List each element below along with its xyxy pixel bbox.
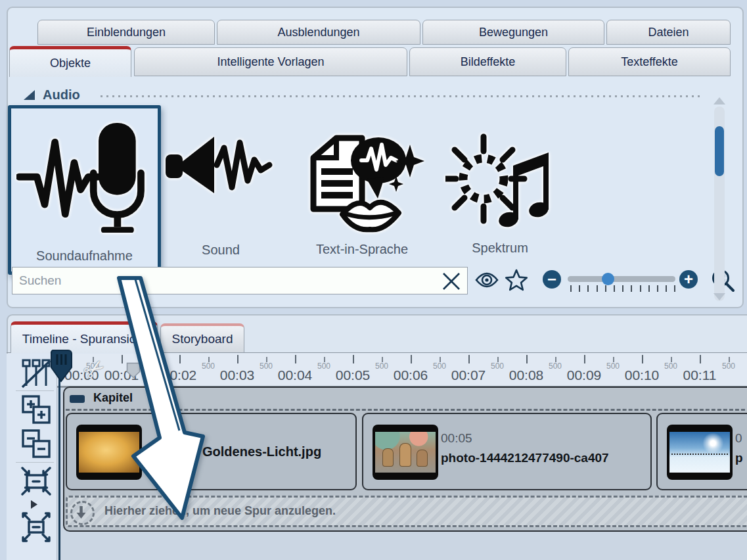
timeline-toolbar	[7, 354, 57, 560]
ruler-major-tick	[295, 355, 296, 363]
zoom-out-button[interactable]: −	[543, 270, 561, 289]
timeline-clip-photo[interactable]: 00:05 photo-1444212477490-ca407	[362, 413, 652, 490]
tab-timeline-spuransicht[interactable]: Timeline - Spuransicht	[11, 321, 158, 353]
collapse-triangle-icon	[24, 90, 35, 100]
ruler-half-second-label: 500	[664, 362, 677, 371]
collapse-all-tracks-icon[interactable]	[21, 429, 51, 459]
clip-thumbnail	[76, 425, 142, 480]
expand-all-tracks-icon[interactable]	[21, 394, 51, 425]
ruler-major-tick	[411, 355, 412, 363]
clip-thumbnail	[373, 425, 438, 480]
tab-ausblendungen[interactable]: Ausblendungen	[217, 20, 420, 45]
timeline-clip-goldenes-licht[interactable]: Goldenes-Licht.jpg	[66, 413, 357, 490]
clip-filename: Goldenes-Licht.jpg	[202, 444, 321, 459]
ruler-half-second-label: 500	[317, 362, 330, 371]
tab-label: Einblendungen	[87, 26, 166, 39]
tile-soundaufnahme[interactable]: Soundaufnahme	[8, 105, 161, 275]
chapter-track-group: Kapitel Goldenes-Licht.jpg 00:05 photo-1…	[63, 386, 747, 532]
spectrum-notes-icon	[445, 131, 555, 231]
track-header-toggle-icon[interactable]	[21, 358, 51, 388]
scrollbar-up-arrow[interactable]	[713, 97, 725, 105]
tile-label: Soundaufnahme	[11, 248, 158, 264]
scrollbar-down-arrow[interactable]	[713, 293, 725, 300]
ruler-major-tick	[122, 355, 123, 363]
ruler-second-label: 00:05	[336, 367, 371, 383]
tile-text-in-sprache[interactable]: Text-in-Sprache	[299, 130, 425, 257]
tab-label: Bewegungen	[479, 26, 548, 39]
shrink-track-height-icon[interactable]	[21, 465, 51, 497]
scrollbar-thumb[interactable]	[715, 126, 724, 176]
tab-einblendungen[interactable]: Einblendungen	[37, 20, 215, 45]
tab-intelligente-vorlagen[interactable]: Intelligente Vorlagen	[134, 47, 407, 76]
toolbar-separator	[16, 390, 54, 391]
ruler-major-tick	[584, 355, 585, 363]
tab-label: Storyboard	[172, 332, 233, 346]
ruler-major-tick	[642, 355, 643, 363]
more-options-triangle-icon[interactable]	[30, 500, 38, 509]
ruler-half-second-label: 500	[491, 362, 504, 371]
tab-bildeffekte[interactable]: Bildeffekte	[409, 47, 566, 76]
audio-section-header[interactable]: Audio	[24, 87, 80, 103]
app-window: Einblendungen Ausblendungen Bewegungen D…	[0, 0, 747, 560]
tab-objekte[interactable]: Objekte	[9, 46, 131, 77]
tab-label: Timeline - Spuransicht	[22, 332, 146, 346]
timeline-clip-sky[interactable]: 0 p	[656, 413, 747, 490]
track-insert-indicator	[66, 409, 747, 411]
clip-filename: p	[735, 451, 743, 465]
clear-search-icon[interactable]	[441, 272, 461, 291]
ruler-half-second-label: 500	[722, 362, 735, 371]
tile-label: Sound	[164, 243, 277, 258]
tab-texteffekte[interactable]: Texteffekte	[568, 47, 731, 76]
ruler-second-label: 00:08	[509, 367, 544, 383]
ruler-second-label: 00:11	[683, 367, 717, 383]
tab-dateien[interactable]: Dateien	[606, 20, 731, 45]
tile-label: Spektrum	[445, 241, 555, 256]
ruler-major-tick	[237, 355, 238, 363]
ruler-half-second-label: 500	[202, 362, 215, 371]
search-input[interactable]	[12, 267, 468, 294]
zoom-in-button[interactable]: +	[679, 270, 698, 289]
tab-label: Intelligente Vorlagen	[217, 55, 324, 69]
tile-sound[interactable]: Sound	[164, 128, 277, 258]
tab-storyboard[interactable]: Storyboard	[160, 323, 244, 353]
clip-filename: photo-1444212477490-ca407	[441, 451, 609, 465]
arrow-down-icon	[75, 505, 87, 519]
thumbnail-size-slider-thumb[interactable]	[602, 273, 614, 285]
ruler-major-tick	[526, 355, 528, 363]
timeline-marker-icon[interactable]	[126, 362, 141, 379]
section-dotted-rule	[99, 95, 700, 98]
tab-bewegungen[interactable]: Bewegungen	[422, 20, 604, 45]
ruler-second-label: 00:06	[394, 367, 428, 383]
new-track-dropzone[interactable]: Hierher ziehen, um neue Spur anzulegen.	[66, 496, 747, 527]
clip-thumbnail	[667, 425, 733, 480]
slider-tick-marks	[570, 285, 675, 292]
tab-label: Texteffekte	[621, 55, 678, 69]
ruler-second-label: 00:04	[278, 367, 313, 383]
thumbnail-size-slider-track[interactable]	[568, 276, 675, 282]
playhead-flag[interactable]	[50, 349, 74, 383]
tile-spektrum[interactable]: Spektrum	[445, 131, 555, 256]
tab-label: Ausblendungen	[277, 26, 359, 39]
ruler-major-tick	[700, 355, 701, 363]
tab-label: Bildeffekte	[461, 55, 516, 69]
ruler-major-tick	[468, 355, 470, 363]
expand-track-height-icon[interactable]	[21, 511, 51, 543]
ruler-major-tick	[179, 355, 181, 363]
ruler-half-second-label: 500	[375, 362, 388, 371]
chapter-collapse-button[interactable]	[70, 395, 85, 403]
tab-label: Objekte	[50, 57, 91, 70]
toolbar-separator	[16, 462, 54, 463]
favorite-star-icon[interactable]	[505, 269, 528, 291]
visibility-eye-icon[interactable]	[474, 271, 499, 289]
playhead-line[interactable]	[58, 375, 60, 560]
ruler-half-second-label: 500	[433, 362, 446, 371]
text-to-speech-icon	[299, 130, 425, 234]
ruler-second-label: 00:03	[220, 367, 255, 383]
microphone-waveform-icon	[16, 116, 154, 241]
ruler-second-label: 00:02	[162, 367, 197, 383]
clip-duration: 00:05	[441, 431, 472, 446]
audio-section-title: Audio	[43, 87, 80, 103]
tile-label: Text-in-Sprache	[299, 242, 425, 257]
ruler-half-second-label: 500	[606, 362, 620, 371]
timeline-ruler[interactable]: 00:0050000:0150000:0250000:0350000:04500…	[57, 354, 747, 388]
